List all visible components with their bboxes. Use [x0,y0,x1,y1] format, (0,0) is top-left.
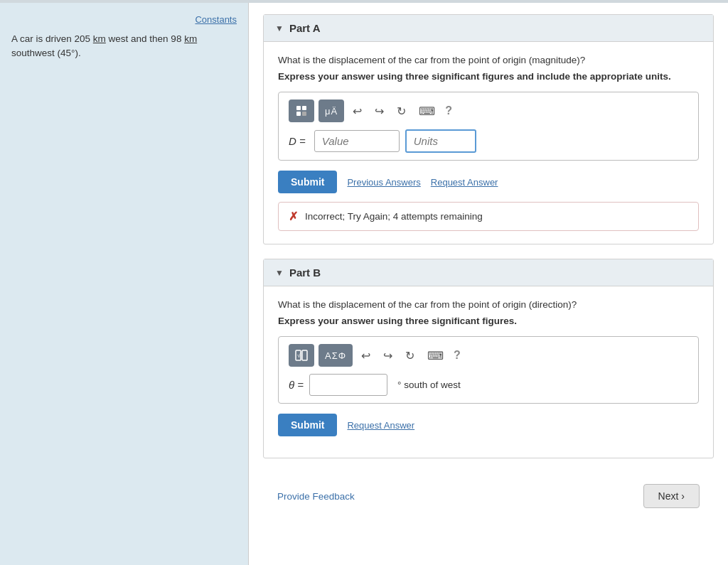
part-b-keyboard-button[interactable]: ⌨ [423,346,448,365]
part-b-question: What is the displacement of the car from… [278,299,699,310]
main-content: ▼ Part A What is the displacement of the… [249,3,728,565]
part-b-matrix-button[interactable]: √ [289,344,314,367]
error-icon: ✗ [289,210,298,223]
part-a-header: ▼ Part A [264,15,713,42]
constants-link[interactable]: Constants [11,14,237,25]
help-icon[interactable]: ? [445,104,452,117]
theta-label: θ = [289,379,304,391]
part-a-toolbar: μÄ ↩ ↪ ↻ ⌨ ? [289,99,688,122]
part-a-equation-label: D = [289,135,306,147]
mu-button[interactable]: μÄ [318,99,344,122]
problem-text-1: A car is driven 205 [11,33,93,44]
part-b-collapse-arrow[interactable]: ▼ [275,268,284,278]
part-a-collapse-arrow[interactable]: ▼ [275,23,284,33]
sidebar: Constants A car is driven 205 km west an… [0,3,249,565]
part-a-value-input[interactable] [314,130,400,152]
part-b-toolbar: √ ΑΣΦ ↩ ↪ ↻ ⌨ ? [289,344,688,367]
part-b-title: Part B [289,267,321,279]
part-b-instruction: Express your answer using three signific… [278,316,699,326]
svg-rect-3 [302,112,306,116]
part-a-body: What is the displacement of the car from… [264,42,713,244]
part-a-answer-box: μÄ ↩ ↪ ↻ ⌨ ? D = [278,92,699,161]
refresh-button[interactable]: ↻ [392,102,410,121]
part-b-submit-row: Submit Request Answer [278,414,699,436]
part-b-body: What is the displacement of the car from… [264,286,713,458]
sigma-button[interactable]: ΑΣΦ [318,344,353,367]
problem-text-2: west and then 98 [106,33,184,44]
problem-text-3: southwest (45°). [11,48,81,58]
degree-suffix: ° south of west [397,380,461,390]
part-b-request-answer-button[interactable]: Request Answer [347,420,414,431]
part-a-input-row: D = [289,129,688,153]
part-b-section: ▼ Part B What is the displacement of the… [263,259,714,458]
theta-input[interactable] [309,374,387,396]
next-label: Next [658,490,679,502]
problem-statement: A car is driven 205 km west and then 98 … [11,32,237,61]
part-b-help-icon[interactable]: ? [454,349,461,362]
part-b-input-row: θ = ° south of west [289,374,688,396]
part-b-redo-button[interactable]: ↪ [379,346,397,365]
part-b-undo-button[interactable]: ↩ [357,346,375,365]
matrix-button[interactable] [289,99,314,122]
redo-button[interactable]: ↪ [370,102,388,121]
part-a-submit-button[interactable]: Submit [278,171,337,193]
bottom-bar: Provide Feedback Next › [263,473,714,520]
part-b-refresh-button[interactable]: ↻ [401,346,419,365]
request-answer-button[interactable]: Request Answer [431,177,498,188]
part-a-units-input[interactable] [405,129,476,153]
svg-rect-0 [296,106,301,110]
previous-answers-button[interactable]: Previous Answers [347,177,420,188]
part-b-submit-button[interactable]: Submit [278,414,337,436]
part-b-header: ▼ Part B [264,259,713,286]
part-a-error-box: ✗ Incorrect; Try Again; 4 attempts remai… [278,202,699,231]
svg-rect-1 [302,106,306,110]
svg-rect-6 [302,350,307,360]
part-a-submit-row: Submit Previous Answers Request Answer [278,171,699,193]
next-button[interactable]: Next › [643,484,700,508]
part-a-title: Part A [289,22,321,34]
next-arrow-icon: › [681,490,685,502]
provide-feedback-link[interactable]: Provide Feedback [277,491,355,502]
svg-rect-2 [296,112,301,116]
part-a-question: What is the displacement of the car from… [278,55,699,65]
keyboard-button[interactable]: ⌨ [414,102,439,121]
part-a-section: ▼ Part A What is the displacement of the… [263,14,714,244]
error-message: Incorrect; Try Again; 4 attempts remaini… [305,211,483,222]
part-b-answer-box: √ ΑΣΦ ↩ ↪ ↻ ⌨ ? θ = [278,336,699,404]
undo-button[interactable]: ↩ [348,102,366,121]
part-a-instruction: Express your answer using three signific… [278,71,699,82]
km-unit-2: km [184,33,197,44]
svg-text:√: √ [297,352,301,359]
km-unit-1: km [93,33,106,44]
